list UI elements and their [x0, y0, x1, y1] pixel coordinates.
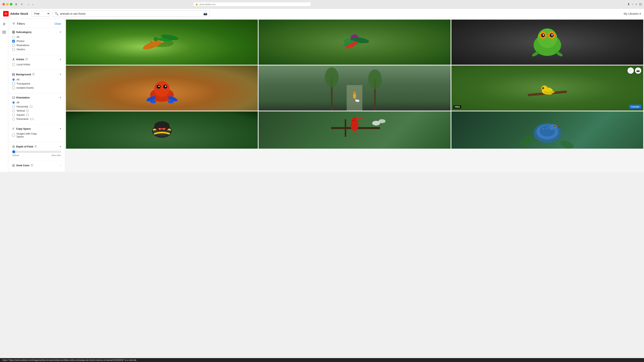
subcategory-illustrations-label: Illustrations [16, 44, 30, 47]
depth-info-icon: ⓘ [34, 145, 37, 148]
orientation-square-option[interactable]: Square [12, 113, 61, 116]
vivid-color-header[interactable]: Vivid Color ⓘ ‹ [12, 164, 61, 167]
adjust-icon-button[interactable]: ⚙ [1, 21, 7, 27]
share-icon[interactable]: ↑ [632, 2, 634, 6]
svg-rect-5 [12, 31, 13, 32]
filters-icon [12, 22, 15, 25]
subcategory-illustrations-checkbox[interactable] [12, 44, 15, 47]
logo-area: St Adobe Stock [3, 11, 28, 16]
copy-space-checkbox[interactable] [12, 134, 15, 137]
image-item[interactable] [66, 111, 258, 149]
orientation-vertical-option[interactable]: Vertical [12, 109, 61, 112]
local-artists-checkbox[interactable] [12, 63, 15, 66]
copy-space-title: Copy Space [12, 127, 31, 130]
brand-name: Adobe Stock [10, 12, 28, 15]
copy-space-section: Copy Space ▾ Images with CopySpace [8, 125, 65, 142]
subcategory-photos-option[interactable]: Photos [12, 40, 61, 42]
close-button[interactable] [2, 3, 5, 5]
svg-point-18 [12, 146, 15, 148]
orientation-panoramic-option[interactable]: Panoramic [12, 118, 61, 120]
subcategory-header[interactable]: Subcategory ▾ [12, 31, 61, 33]
svg-point-20 [13, 165, 14, 166]
back-button[interactable]: ‹ [27, 2, 30, 6]
orientation-header[interactable]: Orientation ▾ [12, 96, 61, 99]
orientation-all-radio[interactable] [12, 101, 15, 104]
subcategory-illustrations-option[interactable]: Illustrations [12, 44, 61, 47]
background-all-option[interactable]: All [12, 78, 61, 81]
images-area: FREE License ♡ 📷 [65, 19, 644, 172]
artists-header[interactable]: Artists ⓘ ▾ [12, 58, 61, 61]
image-item[interactable] [66, 65, 258, 111]
svg-point-76 [165, 124, 167, 126]
depth-label-more-blur: More Blur [52, 154, 61, 157]
background-chevron: ▾ [60, 73, 61, 76]
svg-point-51 [168, 100, 174, 103]
orientation-vertical-radio[interactable] [12, 109, 15, 112]
background-all-radio[interactable] [12, 78, 15, 81]
search-bar[interactable]: 🔍 📷 [52, 10, 210, 17]
forward-button[interactable]: › [31, 2, 34, 6]
address-bar[interactable]: 🔒 stock.adobe.com [193, 2, 311, 6]
copy-space-header[interactable]: Copy Space ▾ [12, 127, 61, 130]
heart-button[interactable]: ♡ [628, 67, 634, 74]
tabs-icon[interactable]: ⊡ [639, 2, 642, 6]
orientation-panoramic-radio[interactable] [12, 118, 15, 120]
orientation-all-option[interactable]: All [12, 101, 61, 104]
svg-point-47 [165, 85, 166, 87]
clear-filters-button[interactable]: Clear [54, 22, 61, 25]
add-to-collection-button[interactable]: 📷 [635, 67, 641, 74]
svg-rect-12 [12, 97, 15, 98]
image-item[interactable] [258, 111, 450, 149]
svg-point-39 [551, 34, 553, 36]
plan-selector[interactable]: Free Premium [32, 11, 50, 16]
lock-icon: 🔒 [195, 3, 198, 5]
background-header[interactable]: Background ⓘ ▾ [12, 73, 61, 76]
search-input[interactable] [60, 12, 202, 15]
orientation-panoramic-label: Panoramic [16, 118, 29, 120]
sidebar-toggle-button[interactable]: ⊞ [14, 2, 18, 6]
local-artists-option[interactable]: Local Artists [12, 63, 61, 66]
background-transparent-option[interactable]: Transparent [12, 82, 61, 85]
image-item[interactable] [258, 65, 450, 111]
image-item[interactable] [452, 20, 643, 65]
adobe-stock-logo: St [3, 11, 9, 16]
subcategory-all-radio[interactable] [12, 36, 15, 38]
subcategory-photos-checkbox[interactable] [12, 40, 15, 42]
window-chrome: ⊞ ▾ ‹ › 🔒 stock.adobe.com ⬇ ↑ + ⊡ [0, 0, 644, 9]
visual-search-button[interactable]: 📷 [204, 12, 207, 15]
background-transparent-checkbox[interactable] [12, 82, 15, 85]
traffic-lights [2, 3, 12, 5]
orientation-square-radio[interactable] [12, 114, 15, 116]
tab-expose-button[interactable]: ▾ [20, 2, 24, 6]
new-tab-icon[interactable]: + [635, 2, 637, 6]
subcategory-vectors-checkbox[interactable] [12, 48, 15, 51]
background-isolated-checkbox[interactable] [12, 86, 15, 89]
image-item[interactable] [66, 20, 258, 65]
image-action-buttons: ♡ 📷 [628, 67, 641, 74]
orientation-horizontal-radio[interactable] [12, 105, 15, 108]
download-icon[interactable]: ⬇ [627, 2, 630, 6]
minimize-button[interactable] [6, 3, 9, 5]
image-item[interactable] [452, 111, 643, 149]
image-item[interactable] [258, 20, 450, 65]
svg-point-1 [4, 31, 5, 33]
orientation-horizontal-option[interactable]: Horizontal [12, 105, 61, 108]
images-with-copy-space-option[interactable]: Images with CopySpace [12, 132, 61, 138]
vertical-icon [26, 109, 28, 112]
orientation-icon [12, 96, 15, 99]
image-search-icon-button[interactable] [1, 29, 7, 35]
svg-point-84 [353, 119, 354, 120]
depth-slider[interactable] [12, 150, 61, 153]
vivid-color-chevron: ‹ [60, 164, 61, 167]
subcategory-all-option[interactable]: All [12, 35, 61, 38]
image-item[interactable]: FREE License ♡ 📷 [452, 65, 643, 111]
depth-of-field-header[interactable]: Depth of Field ⓘ ▾ [12, 145, 61, 148]
maximize-button[interactable] [10, 3, 12, 5]
depth-label-default: Default [12, 154, 19, 157]
subcategory-vectors-option[interactable]: Vectors [12, 48, 61, 51]
vivid-color-info-icon: ⓘ [31, 164, 33, 167]
my-libraries-button[interactable]: My Libraries ▾ [624, 12, 641, 15]
svg-point-61 [368, 69, 382, 89]
license-badge[interactable]: License [629, 105, 641, 109]
background-isolated-option[interactable]: Isolated Assets [12, 86, 61, 89]
